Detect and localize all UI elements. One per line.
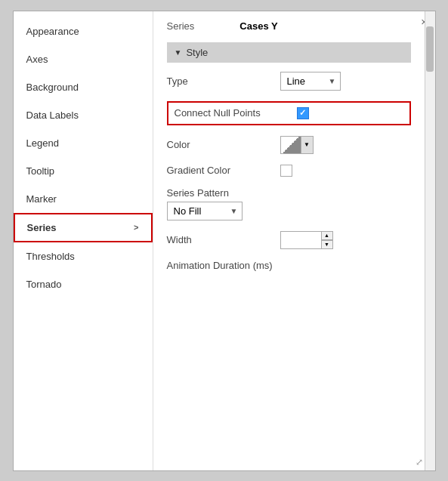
width-input[interactable] [280, 231, 322, 249]
width-increment-button[interactable]: ▲ [321, 231, 333, 240]
width-spinner-arrows: ▲ ▼ [321, 231, 333, 249]
type-select-wrapper[interactable]: Line Bar Area Scatter [280, 72, 341, 91]
style-section-label: Style [186, 47, 208, 58]
width-label: Width [167, 234, 280, 245]
connect-null-row: Connect Null Points [167, 101, 411, 125]
sidebar-item-series[interactable]: Series> [14, 213, 153, 242]
cases-header-label: Cases Y [239, 20, 277, 32]
width-decrement-button[interactable]: ▼ [321, 240, 333, 249]
sidebar-item-appearance[interactable]: Appearance [14, 17, 153, 45]
style-section-header: ▼ Style [167, 42, 411, 63]
series-pattern-select[interactable]: No Fill Solid Dashed Dotted [167, 202, 243, 220]
sidebar-item-label: Tornado [26, 279, 62, 290]
dialog: × AppearanceAxesBackgroundData LabelsLeg… [13, 11, 436, 471]
sidebar-item-label: Axes [26, 54, 48, 65]
animation-row: Animation Duration (ms) [167, 260, 411, 271]
type-label: Type [167, 76, 280, 87]
sidebar-item-label: Background [26, 82, 79, 93]
resize-handle[interactable]: ⤢ [416, 457, 423, 467]
scrollbar-thumb[interactable] [426, 26, 434, 72]
main-content: Series Cases Y ▼ Style Type Line Bar Are… [153, 11, 425, 470]
width-row: Width ▲ ▼ [167, 231, 411, 249]
color-dropdown-button[interactable]: ▼ [301, 136, 314, 154]
type-control: Line Bar Area Scatter [280, 72, 341, 91]
dialog-body: AppearanceAxesBackgroundData LabelsLegen… [14, 11, 435, 470]
animation-label: Animation Duration (ms) [167, 260, 280, 271]
color-swatch[interactable] [280, 136, 301, 154]
sidebar-item-label: Tooltip [26, 165, 55, 177]
style-arrow-icon: ▼ [175, 48, 182, 57]
sidebar-item-label: Series [27, 222, 57, 233]
sidebar-item-arrow-icon: > [134, 223, 138, 232]
color-control: ▼ [280, 136, 314, 154]
sidebar-item-label: Thresholds [26, 251, 75, 262]
sidebar-item-data-labels[interactable]: Data Labels [14, 101, 153, 129]
sidebar-item-label: Legend [26, 137, 59, 149]
color-row: Color ▼ [167, 136, 411, 154]
connect-null-label: Connect Null Points [175, 107, 288, 119]
sidebar-item-tooltip[interactable]: Tooltip [14, 157, 153, 185]
sidebar-item-tornado[interactable]: Tornado [14, 270, 153, 298]
series-pattern-row: Series Pattern [167, 187, 411, 199]
color-label: Color [167, 139, 280, 150]
sidebar-item-label: Data Labels [26, 109, 79, 121]
series-pattern-select-row: No Fill Solid Dashed Dotted [167, 202, 411, 220]
scrollbar[interactable] [425, 11, 435, 470]
gradient-color-row: Gradient Color [167, 165, 411, 177]
sidebar-item-axes[interactable]: Axes [14, 45, 153, 73]
sidebar-item-background[interactable]: Background [14, 73, 153, 101]
series-pattern-select-wrapper[interactable]: No Fill Solid Dashed Dotted [167, 202, 243, 220]
connect-null-checkbox[interactable] [297, 107, 309, 119]
type-select[interactable]: Line Bar Area Scatter [280, 72, 341, 91]
sidebar: AppearanceAxesBackgroundData LabelsLegen… [14, 11, 153, 470]
sidebar-item-label: Marker [26, 193, 57, 205]
series-header-label: Series [167, 20, 195, 32]
series-pattern-label: Series Pattern [167, 187, 280, 199]
sidebar-item-legend[interactable]: Legend [14, 129, 153, 157]
header-row: Series Cases Y [167, 20, 411, 32]
gradient-color-checkbox[interactable] [280, 165, 292, 177]
sidebar-item-marker[interactable]: Marker [14, 185, 153, 213]
gradient-color-label: Gradient Color [167, 165, 280, 176]
sidebar-item-thresholds[interactable]: Thresholds [14, 242, 153, 270]
sidebar-item-label: Appearance [26, 26, 79, 37]
type-row: Type Line Bar Area Scatter [167, 72, 411, 91]
gradient-color-control [280, 165, 292, 177]
width-control: ▲ ▼ [280, 231, 333, 249]
